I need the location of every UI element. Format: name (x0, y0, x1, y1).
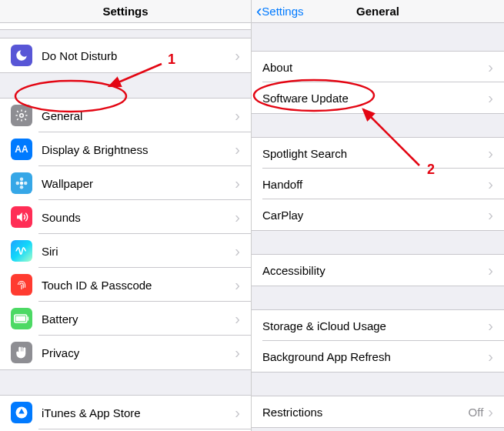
general-row-restrictions[interactable]: RestrictionsOff› (252, 396, 504, 427)
svg-rect-8 (16, 316, 26, 322)
svg-point-2 (20, 178, 24, 182)
general-panel: ‹ Settings General About›Software Update… (252, 0, 504, 431)
row-label: Siri (42, 245, 235, 258)
settings-row-privacy[interactable]: Privacy› (0, 336, 251, 369)
settings-row-do-not-disturb[interactable]: Do Not Disturb› (0, 38, 251, 72)
settings-row-general[interactable]: General› (0, 99, 251, 132)
appstore-icon (11, 402, 32, 423)
settings-row-battery[interactable]: Battery› (0, 302, 251, 336)
row-label: Do Not Disturb (42, 49, 235, 62)
settings-row-touch-id-passcode[interactable]: Touch ID & Passcode› (0, 268, 251, 302)
chevron-right-icon: › (488, 145, 493, 161)
general-row-accessibility[interactable]: Accessibility› (252, 255, 504, 286)
row-label: Handoff (262, 178, 488, 191)
general-row-storage-icloud-usage[interactable]: Storage & iCloud Usage› (252, 310, 504, 341)
moon-icon (11, 45, 32, 66)
row-label: About (262, 61, 488, 74)
row-label: Background App Refresh (262, 350, 488, 363)
settings-row-siri[interactable]: Siri› (0, 234, 251, 268)
chevron-right-icon: › (488, 318, 493, 333)
row-label: Restrictions (262, 406, 469, 419)
general-row-spotlight-search[interactable]: Spotlight Search› (252, 138, 504, 169)
row-label: Touch ID & Passcode (42, 279, 235, 292)
row-label: CarPlay (262, 209, 488, 222)
chevron-right-icon: › (235, 405, 240, 420)
chevron-right-icon: › (235, 175, 240, 191)
chevron-right-icon: › (488, 262, 493, 278)
chevron-right-icon: › (235, 243, 240, 259)
settings-row-sounds[interactable]: Sounds› (0, 200, 251, 234)
chevron-right-icon: › (235, 345, 240, 360)
row-label: Accessibility (262, 264, 488, 277)
general-row-carplay[interactable]: CarPlay› (252, 199, 504, 230)
chevron-right-icon: › (235, 108, 240, 123)
row-label: Storage & iCloud Usage (262, 319, 488, 332)
textsize-icon: AA (11, 139, 32, 160)
back-button[interactable]: ‹ Settings (252, 3, 304, 20)
chevron-right-icon: › (488, 349, 493, 364)
row-label: Privacy (42, 346, 235, 359)
settings-row-itunes-app-store[interactable]: iTunes & App Store› (0, 396, 251, 429)
gear-icon (11, 105, 32, 126)
back-label: Settings (262, 5, 303, 18)
svg-point-0 (20, 114, 24, 118)
hand-icon (11, 342, 32, 363)
chevron-right-icon: › (235, 209, 240, 225)
svg-rect-7 (28, 317, 29, 321)
chevron-right-icon: › (235, 277, 240, 292)
chevron-right-icon: › (488, 404, 493, 419)
general-row-background-app-refresh[interactable]: Background App Refresh› (252, 341, 504, 372)
row-label: Sounds (42, 211, 235, 224)
svg-point-5 (24, 182, 28, 185)
sound-icon (11, 206, 32, 228)
row-label: iTunes & App Store (42, 406, 235, 419)
chevron-right-icon: › (488, 207, 493, 222)
siri-icon (11, 240, 32, 262)
general-row-software-update[interactable]: Software Update› (252, 82, 504, 113)
row-value: Off (469, 406, 484, 419)
row-label: General (42, 109, 235, 122)
chevron-right-icon: › (235, 311, 240, 326)
row-label: Wallpaper (42, 177, 235, 190)
fingerprint-icon (11, 274, 32, 296)
settings-row-display-brightness[interactable]: AADisplay & Brightness› (0, 132, 251, 166)
battery-icon (11, 308, 32, 329)
settings-row-wallpaper[interactable]: Wallpaper› (0, 166, 251, 200)
row-label: Display & Brightness (42, 143, 235, 156)
chevron-left-icon: ‹ (256, 3, 262, 20)
row-label: Spotlight Search (262, 147, 488, 160)
navbar-settings: Settings (0, 0, 251, 23)
chevron-right-icon: › (488, 59, 493, 75)
row-label: Battery (42, 312, 235, 326)
general-row-handoff[interactable]: Handoff› (252, 169, 504, 199)
settings-panel: Settings Do Not Disturb›General›AADispla… (0, 0, 252, 431)
row-label: Software Update (262, 92, 488, 105)
svg-point-4 (16, 182, 20, 185)
chevron-right-icon: › (235, 48, 240, 63)
general-row-about[interactable]: About› (252, 52, 504, 82)
navbar-general: ‹ Settings General (252, 0, 504, 23)
chevron-right-icon: › (488, 176, 493, 192)
svg-point-1 (20, 182, 24, 185)
chevron-right-icon: › (488, 90, 493, 105)
flower-icon (11, 172, 32, 194)
svg-point-3 (20, 185, 24, 189)
chevron-right-icon: › (235, 142, 240, 157)
navbar-title: Settings (0, 5, 251, 18)
